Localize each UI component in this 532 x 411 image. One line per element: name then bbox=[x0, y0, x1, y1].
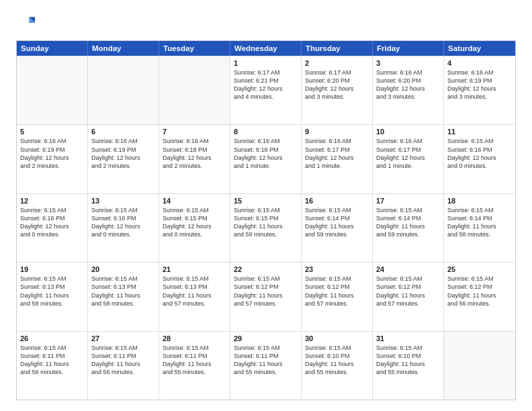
cell-text: Sunrise: 6:16 AM Sunset: 6:18 PM Dayligh… bbox=[163, 137, 226, 170]
day-number: 9 bbox=[305, 128, 369, 136]
calendar-row-2: 12Sunrise: 6:15 AM Sunset: 6:16 PM Dayli… bbox=[17, 193, 515, 262]
calendar-cell: 4Sunrise: 6:16 AM Sunset: 6:19 PM Daylig… bbox=[444, 56, 515, 124]
day-number: 6 bbox=[91, 128, 155, 136]
calendar-cell: 1Sunrise: 6:17 AM Sunset: 6:21 PM Daylig… bbox=[230, 56, 302, 124]
day-header-wednesday: Wednesday bbox=[230, 41, 302, 56]
cell-text: Sunrise: 6:17 AM Sunset: 6:20 PM Dayligh… bbox=[305, 68, 369, 101]
day-number: 29 bbox=[234, 334, 298, 342]
day-number: 30 bbox=[305, 334, 369, 342]
day-header-tuesday: Tuesday bbox=[159, 41, 230, 56]
day-header-saturday: Saturday bbox=[444, 41, 515, 56]
logo-icon bbox=[16, 13, 35, 32]
day-number: 26 bbox=[20, 334, 84, 342]
cell-text: Sunrise: 6:15 AM Sunset: 6:12 PM Dayligh… bbox=[447, 275, 512, 308]
logo bbox=[16, 13, 38, 32]
calendar-cell: 8Sunrise: 6:16 AM Sunset: 6:18 PM Daylig… bbox=[230, 125, 302, 193]
day-header-thursday: Thursday bbox=[302, 41, 373, 56]
cell-text: Sunrise: 6:16 AM Sunset: 6:19 PM Dayligh… bbox=[91, 137, 155, 170]
day-number: 28 bbox=[163, 334, 226, 342]
calendar-cell: 14Sunrise: 6:15 AM Sunset: 6:15 PM Dayli… bbox=[159, 194, 230, 262]
calendar-cell: 22Sunrise: 6:15 AM Sunset: 6:12 PM Dayli… bbox=[230, 263, 302, 330]
calendar-cell: 24Sunrise: 6:15 AM Sunset: 6:12 PM Dayli… bbox=[373, 263, 444, 330]
day-number: 13 bbox=[91, 197, 155, 205]
cell-text: Sunrise: 6:16 AM Sunset: 6:18 PM Dayligh… bbox=[234, 137, 298, 170]
page: SundayMondayTuesdayWednesdayThursdayFrid… bbox=[0, 0, 532, 411]
day-number: 2 bbox=[305, 59, 369, 67]
day-header-monday: Monday bbox=[88, 41, 159, 56]
day-number: 16 bbox=[305, 197, 369, 205]
calendar-cell: 31Sunrise: 6:15 AM Sunset: 6:10 PM Dayli… bbox=[373, 332, 444, 400]
calendar-cell: 13Sunrise: 6:15 AM Sunset: 6:16 PM Dayli… bbox=[88, 194, 159, 262]
cell-text: Sunrise: 6:15 AM Sunset: 6:13 PM Dayligh… bbox=[20, 275, 84, 308]
day-number: 24 bbox=[376, 265, 440, 273]
cell-text: Sunrise: 6:15 AM Sunset: 6:16 PM Dayligh… bbox=[91, 206, 155, 239]
day-number: 1 bbox=[234, 59, 298, 67]
cell-text: Sunrise: 6:15 AM Sunset: 6:11 PM Dayligh… bbox=[91, 344, 155, 377]
day-number: 23 bbox=[305, 265, 369, 273]
cell-text: Sunrise: 6:15 AM Sunset: 6:13 PM Dayligh… bbox=[163, 275, 226, 308]
cell-text: Sunrise: 6:15 AM Sunset: 6:12 PM Dayligh… bbox=[305, 275, 369, 308]
day-number: 8 bbox=[234, 128, 298, 136]
calendar-cell: 29Sunrise: 6:15 AM Sunset: 6:11 PM Dayli… bbox=[230, 332, 302, 400]
day-number: 4 bbox=[447, 59, 512, 67]
calendar-cell bbox=[444, 332, 515, 400]
cell-text: Sunrise: 6:15 AM Sunset: 6:11 PM Dayligh… bbox=[234, 344, 298, 377]
calendar-row-4: 26Sunrise: 6:15 AM Sunset: 6:11 PM Dayli… bbox=[17, 331, 515, 400]
calendar-row-3: 19Sunrise: 6:15 AM Sunset: 6:13 PM Dayli… bbox=[17, 262, 515, 330]
calendar-cell: 11Sunrise: 6:15 AM Sunset: 6:16 PM Dayli… bbox=[444, 125, 515, 193]
cell-text: Sunrise: 6:15 AM Sunset: 6:12 PM Dayligh… bbox=[234, 275, 298, 308]
day-header-sunday: Sunday bbox=[17, 41, 88, 56]
cell-text: Sunrise: 6:16 AM Sunset: 6:20 PM Dayligh… bbox=[376, 68, 440, 101]
calendar-cell: 28Sunrise: 6:15 AM Sunset: 6:11 PM Dayli… bbox=[159, 332, 230, 400]
day-number: 15 bbox=[234, 197, 298, 205]
calendar-cell: 20Sunrise: 6:15 AM Sunset: 6:13 PM Dayli… bbox=[88, 263, 159, 330]
calendar-cell: 18Sunrise: 6:15 AM Sunset: 6:14 PM Dayli… bbox=[444, 194, 515, 262]
calendar-cell: 19Sunrise: 6:15 AM Sunset: 6:13 PM Dayli… bbox=[17, 263, 88, 330]
day-number: 19 bbox=[20, 265, 84, 273]
cell-text: Sunrise: 6:15 AM Sunset: 6:15 PM Dayligh… bbox=[234, 206, 298, 239]
day-number: 5 bbox=[20, 128, 84, 136]
header bbox=[16, 13, 516, 32]
day-number: 7 bbox=[163, 128, 226, 136]
calendar-cell bbox=[159, 56, 230, 124]
calendar-cell bbox=[17, 56, 88, 124]
calendar-cell: 5Sunrise: 6:16 AM Sunset: 6:19 PM Daylig… bbox=[17, 125, 88, 193]
day-number: 20 bbox=[91, 265, 155, 273]
calendar-cell: 3Sunrise: 6:16 AM Sunset: 6:20 PM Daylig… bbox=[373, 56, 444, 124]
day-number: 12 bbox=[20, 197, 84, 205]
cell-text: Sunrise: 6:16 AM Sunset: 6:17 PM Dayligh… bbox=[305, 137, 369, 170]
calendar-row-0: 1Sunrise: 6:17 AM Sunset: 6:21 PM Daylig… bbox=[17, 56, 515, 124]
day-number: 10 bbox=[376, 128, 440, 136]
calendar-cell: 10Sunrise: 6:16 AM Sunset: 6:17 PM Dayli… bbox=[373, 125, 444, 193]
cell-text: Sunrise: 6:16 AM Sunset: 6:17 PM Dayligh… bbox=[376, 137, 440, 170]
calendar-cell: 21Sunrise: 6:15 AM Sunset: 6:13 PM Dayli… bbox=[159, 263, 230, 330]
day-number: 11 bbox=[447, 128, 512, 136]
cell-text: Sunrise: 6:16 AM Sunset: 6:19 PM Dayligh… bbox=[447, 68, 512, 101]
calendar-cell: 26Sunrise: 6:15 AM Sunset: 6:11 PM Dayli… bbox=[17, 332, 88, 400]
calendar-cell: 16Sunrise: 6:15 AM Sunset: 6:14 PM Dayli… bbox=[302, 194, 373, 262]
day-number: 31 bbox=[376, 334, 440, 342]
day-number: 14 bbox=[163, 197, 226, 205]
calendar-cell: 7Sunrise: 6:16 AM Sunset: 6:18 PM Daylig… bbox=[159, 125, 230, 193]
cell-text: Sunrise: 6:16 AM Sunset: 6:19 PM Dayligh… bbox=[20, 137, 84, 170]
cell-text: Sunrise: 6:15 AM Sunset: 6:14 PM Dayligh… bbox=[447, 206, 512, 239]
day-number: 22 bbox=[234, 265, 298, 273]
cell-text: Sunrise: 6:15 AM Sunset: 6:14 PM Dayligh… bbox=[305, 206, 369, 239]
calendar-row-1: 5Sunrise: 6:16 AM Sunset: 6:19 PM Daylig… bbox=[17, 124, 515, 193]
cell-text: Sunrise: 6:15 AM Sunset: 6:10 PM Dayligh… bbox=[305, 344, 369, 377]
day-number: 18 bbox=[447, 197, 512, 205]
cell-text: Sunrise: 6:15 AM Sunset: 6:14 PM Dayligh… bbox=[376, 206, 440, 239]
calendar-cell: 6Sunrise: 6:16 AM Sunset: 6:19 PM Daylig… bbox=[88, 125, 159, 193]
calendar-cell: 2Sunrise: 6:17 AM Sunset: 6:20 PM Daylig… bbox=[302, 56, 373, 124]
cell-text: Sunrise: 6:15 AM Sunset: 6:15 PM Dayligh… bbox=[163, 206, 226, 239]
calendar-cell bbox=[88, 56, 159, 124]
day-number: 25 bbox=[447, 265, 512, 273]
cell-text: Sunrise: 6:15 AM Sunset: 6:10 PM Dayligh… bbox=[376, 344, 440, 377]
calendar-cell: 12Sunrise: 6:15 AM Sunset: 6:16 PM Dayli… bbox=[17, 194, 88, 262]
calendar-cell: 27Sunrise: 6:15 AM Sunset: 6:11 PM Dayli… bbox=[88, 332, 159, 400]
calendar-cell: 23Sunrise: 6:15 AM Sunset: 6:12 PM Dayli… bbox=[302, 263, 373, 330]
cell-text: Sunrise: 6:15 AM Sunset: 6:13 PM Dayligh… bbox=[91, 275, 155, 308]
day-header-friday: Friday bbox=[373, 41, 444, 56]
day-number: 27 bbox=[91, 334, 155, 342]
cell-text: Sunrise: 6:15 AM Sunset: 6:11 PM Dayligh… bbox=[163, 344, 226, 377]
